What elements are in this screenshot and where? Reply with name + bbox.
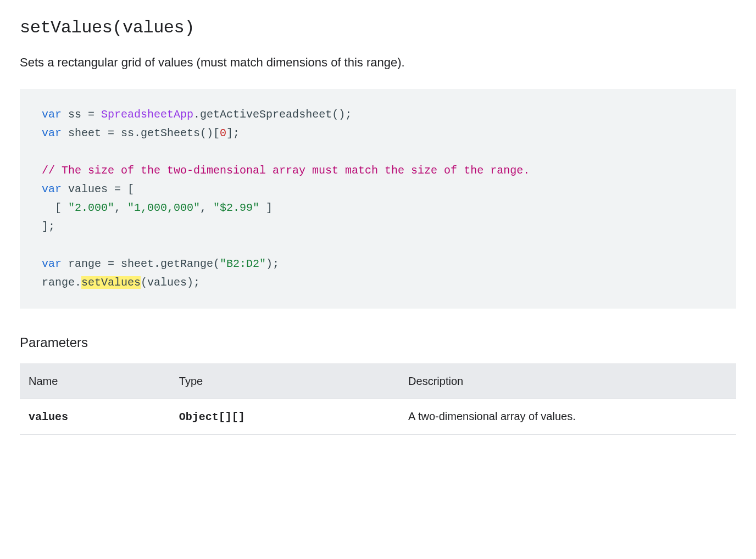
method-description: Sets a rectangular grid of values (must …	[20, 53, 736, 71]
code-text: =	[88, 108, 94, 121]
code-text: ];	[42, 220, 55, 233]
code-text: );	[266, 258, 279, 270]
header-name: Name	[20, 364, 170, 399]
method-signature: setValues(values)	[20, 18, 736, 38]
param-type: Object[][]	[170, 399, 399, 435]
code-keyword: var	[42, 183, 62, 195]
code-keyword: var	[42, 108, 62, 121]
parameters-heading: Parameters	[20, 335, 736, 350]
param-name: values	[20, 399, 170, 435]
code-text: ];	[226, 127, 240, 139]
code-text: values	[62, 183, 114, 195]
code-comment: // The size of the two-dimensional array…	[42, 164, 530, 177]
code-keyword: var	[42, 258, 62, 270]
table-row: values Object[][] A two-dimensional arra…	[20, 399, 736, 435]
header-description: Description	[399, 364, 736, 399]
code-text: [	[121, 183, 134, 195]
parameters-table: Name Type Description values Object[][] …	[20, 364, 736, 435]
code-type: SpreadsheetApp	[101, 108, 193, 121]
code-text: ss	[62, 108, 88, 121]
code-text: =	[114, 183, 121, 195]
code-string: "B2:D2"	[220, 258, 266, 270]
param-description: A two-dimensional array of values.	[399, 399, 736, 435]
table-header-row: Name Type Description	[20, 364, 736, 399]
code-highlight: setValues	[81, 276, 141, 289]
code-string: "$2.99"	[213, 202, 259, 214]
header-type: Type	[170, 364, 399, 399]
code-text: sheet	[62, 127, 108, 139]
code-text	[94, 108, 101, 121]
param-name-text: values	[29, 411, 68, 423]
code-text: ,	[114, 202, 127, 214]
param-type-text: Object[][]	[179, 411, 245, 423]
code-number: 0	[220, 127, 226, 139]
code-string: "1,000,000"	[127, 202, 200, 214]
code-example: var ss = SpreadsheetApp.getActiveSpreads…	[20, 89, 736, 309]
code-text: ss.getSheets()[	[114, 127, 220, 139]
code-text: .getActiveSpreadsheet();	[193, 108, 352, 121]
code-text: range	[62, 258, 108, 270]
code-text: ,	[200, 202, 213, 214]
code-keyword: var	[42, 127, 62, 139]
code-text: =	[108, 127, 114, 139]
code-text: (values);	[141, 276, 200, 289]
code-string: "2.000"	[68, 202, 114, 214]
code-text: [	[42, 202, 68, 214]
code-text: =	[108, 258, 114, 270]
code-text: sheet.getRange(	[114, 258, 220, 270]
code-text: ]	[259, 202, 273, 214]
code-text: range.	[42, 276, 81, 289]
